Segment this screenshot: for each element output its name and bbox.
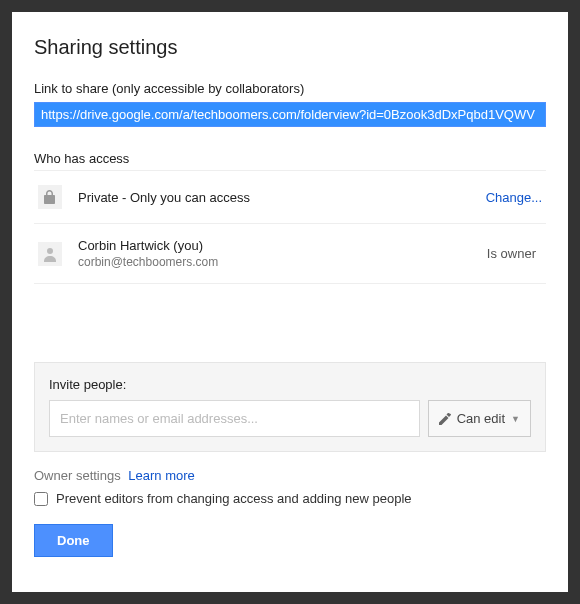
prevent-editors-checkbox[interactable] bbox=[34, 492, 48, 506]
invite-input[interactable] bbox=[49, 400, 420, 437]
who-has-access-heading: Who has access bbox=[34, 151, 546, 166]
access-list: Private - Only you can access Change... … bbox=[34, 170, 546, 284]
owner-row: Corbin Hartwick (you) corbin@techboomers… bbox=[34, 224, 546, 284]
owner-email: corbin@techboomers.com bbox=[78, 255, 487, 269]
svg-point-0 bbox=[47, 248, 53, 254]
invite-section: Invite people: Can edit ▼ bbox=[34, 362, 546, 452]
owner-name: Corbin Hartwick (you) bbox=[78, 238, 487, 253]
chevron-down-icon: ▼ bbox=[511, 414, 520, 424]
permission-label: Can edit bbox=[457, 411, 505, 426]
invite-row: Can edit ▼ bbox=[49, 400, 531, 437]
invite-label: Invite people: bbox=[49, 377, 531, 392]
share-link-input[interactable]: https://drive.google.com/a/techboomers.c… bbox=[34, 102, 546, 127]
person-icon bbox=[38, 242, 62, 266]
prevent-editors-row[interactable]: Prevent editors from changing access and… bbox=[34, 491, 546, 506]
change-privacy-link[interactable]: Change... bbox=[486, 190, 542, 205]
lock-icon bbox=[38, 185, 62, 209]
permission-dropdown[interactable]: Can edit ▼ bbox=[428, 400, 531, 437]
privacy-row: Private - Only you can access Change... bbox=[34, 170, 546, 224]
link-share-label: Link to share (only accessible by collab… bbox=[34, 81, 546, 96]
owner-settings-label: Owner settings bbox=[34, 468, 121, 483]
privacy-text: Private - Only you can access bbox=[78, 190, 486, 205]
owner-settings-row: Owner settings Learn more bbox=[34, 468, 546, 483]
sharing-dialog: Sharing settings Link to share (only acc… bbox=[12, 12, 568, 592]
owner-info: Corbin Hartwick (you) corbin@techboomers… bbox=[78, 238, 487, 269]
done-button[interactable]: Done bbox=[34, 524, 113, 557]
dialog-title: Sharing settings bbox=[34, 36, 546, 59]
pencil-icon bbox=[439, 413, 451, 425]
prevent-editors-label: Prevent editors from changing access and… bbox=[56, 491, 412, 506]
learn-more-link[interactable]: Learn more bbox=[128, 468, 194, 483]
owner-role: Is owner bbox=[487, 246, 536, 261]
